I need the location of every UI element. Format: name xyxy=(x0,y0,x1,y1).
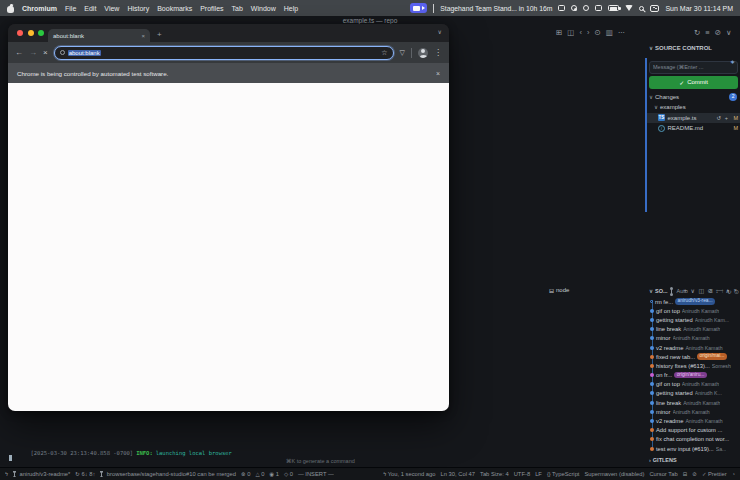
prettier-status[interactable]: ✓ Prettier xyxy=(702,471,727,477)
toggle-layout-icon[interactable]: ◫ xyxy=(567,28,574,37)
source-control-header[interactable]: ∨ SOURCE CONTROL xyxy=(647,42,740,54)
menu-window[interactable]: Window xyxy=(251,5,276,12)
generate-commit-message-icon[interactable]: ∗ xyxy=(730,58,735,65)
commit-row[interactable]: fix chat completion not wor... xyxy=(647,435,740,444)
keystroke-overlay-icon[interactable] xyxy=(558,5,565,11)
commit-row[interactable]: Add support for custom ... xyxy=(647,426,740,435)
menu-history[interactable]: History xyxy=(127,5,149,12)
back-icon[interactable]: ← xyxy=(15,48,23,57)
list-icon[interactable]: ≡ xyxy=(705,28,709,37)
menubar-clock[interactable]: Sun Mar 30 11:14 PM xyxy=(665,5,733,12)
status-counter-2[interactable]: ◇ 0 xyxy=(284,471,293,477)
panel-layout-icon[interactable]: ▥ xyxy=(606,28,613,37)
commit-row[interactable]: minor Anirudh Kamath xyxy=(647,334,740,343)
commit-row[interactable]: getting started Anirudh Kam... xyxy=(647,315,740,324)
gitlens-section[interactable]: › GITLENS xyxy=(647,454,740,465)
remote-indicator[interactable]: ϟ xyxy=(5,471,8,477)
menu-tab[interactable]: Tab xyxy=(232,5,243,12)
changes-section-row[interactable]: ∨ Changes 2 xyxy=(647,92,740,103)
kill-terminal-icon[interactable]: ⊘ xyxy=(708,287,713,294)
new-tab-button[interactable]: + xyxy=(157,30,162,40)
eol-indicator[interactable]: LF xyxy=(535,471,542,477)
commit-row[interactable]: rm fe... anirudh/v3-rea... xyxy=(647,297,740,306)
forward-icon[interactable]: → xyxy=(29,48,37,57)
menu-bookmarks[interactable]: Bookmarks xyxy=(157,5,192,12)
address-text[interactable]: about:blank xyxy=(68,50,101,56)
menu-view[interactable]: View xyxy=(104,5,119,12)
menu-profiles[interactable]: Profiles xyxy=(200,5,223,12)
refresh-icon[interactable]: ↻ xyxy=(694,28,700,37)
screen-recording-indicator[interactable] xyxy=(410,3,427,13)
commit-row[interactable]: fixed new tab... origin/mai... xyxy=(647,352,740,361)
browser-tab[interactable]: about:blank × xyxy=(48,29,150,42)
address-bar[interactable]: about:blank ☆ xyxy=(54,46,394,60)
terminal-tab[interactable]: ⊟ node xyxy=(549,287,569,294)
zoom-window-button[interactable] xyxy=(38,30,44,36)
battery-icon[interactable] xyxy=(608,5,619,11)
app-menu[interactable]: Chromium xyxy=(22,5,57,12)
browser-menu-icon[interactable]: ⋮ xyxy=(434,48,442,57)
file-row-actions[interactable]: ↺ + xyxy=(717,115,729,121)
scm-file-example-ts[interactable]: TS example.ts ↺ + M xyxy=(647,113,740,124)
pr-status[interactable]: browserbase/stagehand-studio#10 can be m… xyxy=(100,471,236,477)
profile-avatar[interactable] xyxy=(418,48,428,58)
nav-back-icon[interactable]: ‹ xyxy=(579,28,582,37)
notifications-icon[interactable]: ◔ xyxy=(732,471,735,477)
commit-row[interactable]: v2 readme Anirudh Kamath xyxy=(647,343,740,352)
tab-size[interactable]: Tab Size: 4 xyxy=(480,471,509,477)
cursor-position[interactable]: Ln 30, Col 47 xyxy=(441,471,475,477)
do-not-disturb-icon[interactable]: ⊘ xyxy=(692,471,697,477)
commit-row[interactable]: gif on top Anirudh Kamath xyxy=(647,380,740,389)
split-terminal-icon[interactable]: ◫ xyxy=(698,287,704,294)
close-panel-icon[interactable]: × xyxy=(733,287,737,294)
blame-info[interactable]: ϟ You, 1 second ago xyxy=(383,471,435,477)
control-center-icon[interactable] xyxy=(650,5,659,12)
commit-row[interactable]: line break Anirudh Kamath xyxy=(647,325,740,334)
tab-close-icon[interactable]: × xyxy=(141,33,145,39)
minimize-panel-icon[interactable]: — xyxy=(716,287,722,294)
collapse-icon[interactable]: ∨ xyxy=(726,28,732,37)
commit-button[interactable]: ✓ Commit xyxy=(649,76,738,89)
commit-row[interactable]: gif on top Anirudh Kamath xyxy=(647,306,740,315)
display-icon[interactable] xyxy=(583,5,589,11)
bookmark-star-icon[interactable]: ☆ xyxy=(381,49,387,57)
branch-indicator[interactable]: anirudh/v3-readme* xyxy=(13,471,70,477)
wifi-icon[interactable] xyxy=(625,5,633,11)
infobar-close-icon[interactable]: × xyxy=(436,70,440,77)
supermaven-status[interactable]: Supermaven (disabled) xyxy=(584,471,644,477)
maximize-panel-icon[interactable]: ∧ xyxy=(726,287,730,294)
cursor-tab-status[interactable]: Cursor Tab xyxy=(649,471,677,477)
sync-indicator[interactable]: ↻ 6↓ 8↑ xyxy=(75,471,95,477)
nav-forward-icon[interactable]: › xyxy=(587,28,590,37)
menu-help[interactable]: Help xyxy=(284,5,298,12)
close-window-button[interactable] xyxy=(17,30,23,36)
stop-icon[interactable]: × xyxy=(43,48,48,57)
vim-mode[interactable]: — INSERT — xyxy=(298,471,334,477)
warnings-indicator[interactable]: △ 0 xyxy=(255,471,264,477)
commit-row[interactable]: history fixes (#613)... Somesh xyxy=(647,361,740,370)
clear-icon[interactable]: ⊘ xyxy=(715,28,721,37)
calendar-meeting-status[interactable]: Stagehand Team Stand... in 10h 16m xyxy=(440,5,552,12)
site-info-icon[interactable] xyxy=(60,50,65,55)
minimize-window-button[interactable] xyxy=(28,30,34,36)
record-dot-icon[interactable] xyxy=(571,5,577,11)
commit-row[interactable]: v2 readme Anirudh Kamath xyxy=(647,416,740,425)
stats-icon[interactable] xyxy=(595,5,602,11)
commit-row[interactable]: minor Anirudh Kamath xyxy=(647,407,740,416)
menu-file[interactable]: File xyxy=(65,5,76,12)
keyboard-icon[interactable]: ⊟ xyxy=(683,471,688,477)
search-icon[interactable] xyxy=(639,6,644,11)
status-counter[interactable]: ◉ 1 xyxy=(269,471,279,477)
labs-icon[interactable]: ▽ xyxy=(400,49,405,57)
run-icon[interactable]: ⊙ xyxy=(594,28,600,37)
apple-menu-icon[interactable] xyxy=(7,4,14,13)
terminal-dropdown-icon[interactable]: ∨ xyxy=(690,287,694,294)
scm-file-readme-md[interactable]: i README.md M xyxy=(647,123,740,134)
more-actions-icon[interactable]: ⋯ xyxy=(618,28,626,37)
menu-edit[interactable]: Edit xyxy=(84,5,96,12)
commit-row[interactable]: test env input (#619)... Sa... xyxy=(647,444,740,453)
language-mode[interactable]: {} TypeScript xyxy=(547,471,580,477)
commit-row[interactable]: getting started Anirudh K... xyxy=(647,389,740,398)
commit-row[interactable]: line break Anirudh Kamath xyxy=(647,398,740,407)
split-editor-icon[interactable]: ⊞ xyxy=(556,28,562,37)
